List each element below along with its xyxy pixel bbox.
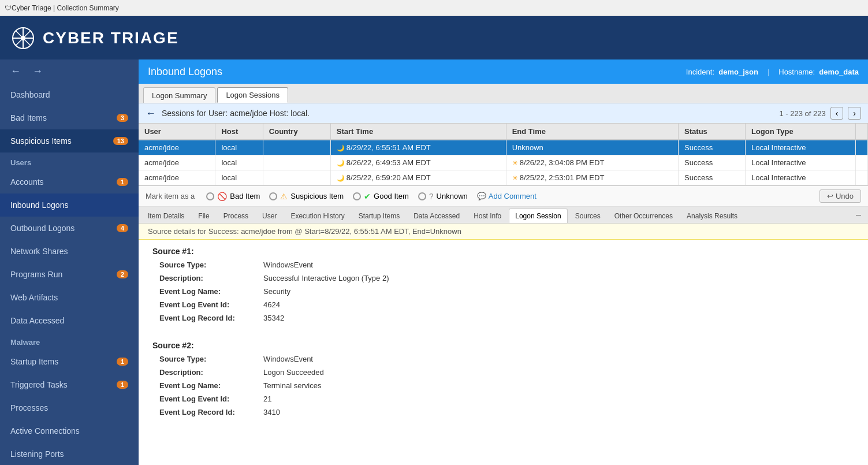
sidebar-item-programs-run[interactable]: Programs Run 2 — [0, 263, 139, 286]
sidebar-item-label: Programs Run — [10, 270, 62, 279]
sidebar: ← → Dashboard Bad Items 3 Suspicious Ite… — [0, 59, 139, 465]
sessions-back-button[interactable]: ← — [146, 107, 156, 120]
detail-tab-close-button[interactable]: – — [851, 210, 866, 220]
table-row[interactable]: acme/jdoe local 🌙8/25/22, 6:59:20 AM EDT… — [139, 170, 868, 185]
cell-end-time: Unknown — [506, 140, 678, 155]
cell-country — [263, 155, 330, 170]
radio-good[interactable] — [353, 192, 361, 200]
field-row: Source Type: WindowsEvent — [159, 261, 854, 269]
detail-tab-host-info[interactable]: Host Info — [467, 209, 508, 223]
field-row: Description: Successful Interactive Logo… — [159, 274, 854, 282]
sidebar-nav-arrows: ← → — [0, 59, 139, 83]
good-icon: ✔ — [364, 192, 371, 201]
cell-end-time: ☀8/26/22, 3:04:08 PM EDT — [506, 155, 678, 170]
sidebar-item-listening-ports[interactable]: Listening Ports — [0, 442, 139, 465]
detail-tab-item-details[interactable]: Item Details — [141, 209, 191, 223]
mark-option-bad[interactable]: 🚫 Bad Item — [206, 192, 260, 201]
mark-label: Mark item as a — [146, 192, 195, 200]
sidebar-item-data-accessed[interactable]: Data Accessed — [0, 309, 139, 332]
sidebar-item-inbound-logons[interactable]: Inbound Logons — [0, 194, 139, 217]
undo-label: Undo — [836, 192, 854, 200]
col-user: User — [139, 124, 215, 140]
sidebar-item-label: Startup Items — [10, 357, 58, 366]
sidebar-item-label: Accounts — [10, 177, 44, 187]
sidebar-item-outbound-logons[interactable]: Outbound Logons 4 — [0, 217, 139, 240]
page-header-meta: Incident: demo_json | Hostname: demo_dat… — [686, 68, 859, 76]
pagination-prev-button[interactable]: ‹ — [830, 107, 844, 120]
detail-tabs-row: Item Details File Process User Execution… — [139, 207, 868, 224]
field-label: Event Log Event Id: — [159, 395, 263, 403]
badge-startup-items: 1 — [117, 358, 128, 366]
detail-tab-execution-history[interactable]: Execution History — [284, 209, 351, 223]
col-start-time: Start Time — [330, 124, 506, 140]
cell-user: acme/jdoe — [139, 170, 215, 185]
cell-country — [263, 140, 330, 155]
undo-icon: ↩ — [827, 192, 833, 200]
titlebar-text: Cyber Triage | Collection Summary — [12, 4, 119, 12]
incident-label: Incident: demo_json — [686, 68, 758, 76]
cell-scroll — [856, 140, 868, 155]
sidebar-item-processes[interactable]: Processes — [0, 396, 139, 419]
sessions-header: ← Sessions for User: acme/jdoe Host: loc… — [139, 103, 868, 124]
pagination-next-button[interactable]: › — [848, 107, 861, 120]
sidebar-item-web-artifacts[interactable]: Web Artifacts — [0, 286, 139, 309]
field-value: 4624 — [263, 300, 280, 309]
detail-tab-logon-session[interactable]: Logon Session — [509, 209, 567, 223]
sidebar-item-startup-items[interactable]: Startup Items 1 — [0, 350, 139, 373]
svg-point-5 — [21, 36, 25, 40]
mark-option-suspicious[interactable]: ⚠ Suspicious Item — [269, 192, 344, 201]
sidebar-item-active-connections[interactable]: Active Connections — [0, 419, 139, 442]
mark-option-good[interactable]: ✔ Good Item — [353, 192, 409, 201]
unknown-icon: ? — [429, 192, 434, 201]
detail-tab-file[interactable]: File — [192, 209, 215, 223]
title-bar: 🛡 Cyber Triage | Collection Summary — [0, 0, 868, 16]
forward-nav-button[interactable]: → — [29, 64, 46, 79]
sidebar-item-triggered-tasks[interactable]: Triggered Tasks 1 — [0, 373, 139, 396]
cell-logon-type: Local Interactive — [745, 140, 855, 155]
sidebar-item-dashboard[interactable]: Dashboard — [0, 83, 139, 106]
sidebar-item-label: Dashboard — [10, 90, 50, 99]
sidebar-item-network-shares[interactable]: Network Shares — [0, 240, 139, 263]
detail-tab-process[interactable]: Process — [217, 209, 255, 223]
cell-scroll — [856, 170, 868, 185]
detail-tab-analysis-results[interactable]: Analysis Results — [680, 209, 744, 223]
source-section: Source #1: Source Type: WindowsEvent Des… — [139, 240, 868, 334]
sidebar-item-bad-items[interactable]: Bad Items 3 — [0, 106, 139, 129]
field-row: Event Log Event Id: 21 — [159, 395, 854, 403]
radio-unknown[interactable] — [418, 192, 426, 200]
field-value: Logon Succeeded — [263, 368, 324, 377]
col-host: Host — [215, 124, 263, 140]
table-row[interactable]: acme/jdoe local 🌙8/29/22, 6:55:51 AM EDT… — [139, 140, 868, 155]
sidebar-section-malware: Malware — [0, 332, 139, 350]
detail-tab-other-occurrences[interactable]: Other Occurrences — [608, 209, 679, 223]
add-comment-label: Add Comment — [489, 192, 537, 200]
radio-suspicious[interactable] — [269, 192, 277, 200]
detail-tab-sources[interactable]: Sources — [569, 209, 607, 223]
radio-bad[interactable] — [206, 192, 214, 200]
tab-logon-summary[interactable]: Logon Summary — [143, 87, 215, 103]
undo-button[interactable]: ↩ Undo — [819, 189, 861, 203]
section-label: Users — [10, 158, 31, 167]
source-fields: Source Type: WindowsEvent Description: S… — [152, 261, 854, 322]
col-status: Status — [679, 124, 746, 140]
tab-logon-sessions[interactable]: Logon Sessions — [217, 87, 288, 103]
sidebar-item-label: Network Shares — [10, 247, 68, 256]
sidebar-item-accounts[interactable]: Accounts 1 — [0, 170, 139, 194]
add-comment-button[interactable]: 💬 Add Comment — [477, 192, 537, 200]
detail-tab-startup-items[interactable]: Startup Items — [352, 209, 406, 223]
bad-icon: 🚫 — [217, 192, 227, 201]
suspicious-icon: ⚠ — [280, 192, 288, 201]
mark-option-unknown[interactable]: ? Unknown — [418, 192, 468, 201]
bad-label: Bad Item — [230, 192, 260, 200]
sidebar-item-suspicious-items[interactable]: Suspicious Items 13 — [0, 129, 139, 152]
field-value: Successful Interactive Logon (Type 2) — [263, 274, 389, 282]
detail-tab-data-accessed[interactable]: Data Accessed — [407, 209, 466, 223]
field-row: Event Log Name: Terminal services — [159, 381, 854, 390]
badge-triggered-tasks: 1 — [117, 381, 128, 389]
col-logon-type: Logon Type — [745, 124, 855, 140]
back-nav-button[interactable]: ← — [7, 64, 24, 79]
table-row[interactable]: acme/jdoe local 🌙8/26/22, 6:49:53 AM EDT… — [139, 155, 868, 170]
field-label: Description: — [159, 274, 263, 282]
source-fields: Source Type: WindowsEvent Description: L… — [152, 355, 854, 416]
detail-tab-user[interactable]: User — [256, 209, 283, 223]
